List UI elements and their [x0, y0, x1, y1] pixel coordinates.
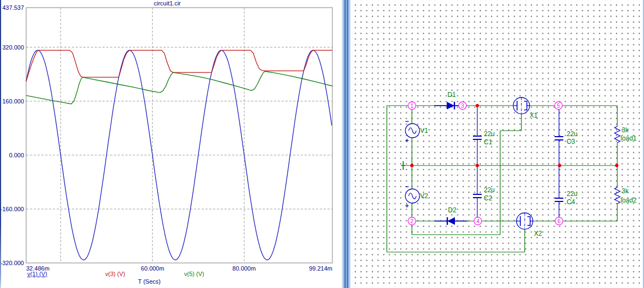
y-tick-0: 0.000 — [9, 152, 24, 158]
cap-C4[interactable]: 22uC4 — [555, 166, 578, 221]
node-badge-4: 4 — [474, 217, 482, 225]
node-badge-3: 3 — [459, 102, 466, 109]
node-badge-1: 1 — [408, 102, 416, 109]
cap-name-label: C1 — [484, 138, 493, 146]
cap-value-label: 22u — [484, 186, 495, 194]
diode-D2[interactable]: D2 — [435, 206, 467, 225]
node-badge-2: 2 — [408, 217, 416, 225]
source-V1[interactable]: V1 — [405, 121, 428, 142]
plot-frame — [26, 8, 332, 263]
cap-name-label: C2 — [484, 194, 493, 202]
micro-cap-window: circuit1.cir 437.537 320.000 160.000 0.0… — [0, 0, 644, 288]
x-tick-60m: 60.000m — [141, 265, 165, 272]
tube-label: X1 — [530, 112, 538, 119]
source-label: V2 — [420, 192, 428, 200]
x-tick-80m: 80.000m — [233, 265, 256, 272]
legend-v1[interactable]: v(1) (V) — [27, 271, 47, 277]
junction-dot — [410, 164, 414, 167]
resistor-name-label: load1 — [621, 134, 637, 142]
cap-C2[interactable]: 22uC2 — [473, 166, 495, 221]
trace-v5 — [26, 71, 332, 104]
cap-value-label: 22u — [567, 190, 578, 198]
y-tick-437: 437.537 — [2, 4, 24, 11]
plot-grid — [26, 8, 332, 263]
legend-v3[interactable]: v(3) (V) — [105, 271, 125, 277]
resistor-load2[interactable]: 3kload2 — [615, 187, 637, 204]
tube-X1[interactable]: X1 — [513, 97, 538, 119]
source-label: V1 — [420, 127, 428, 134]
diode-triangle — [447, 102, 454, 109]
diode-label: D1 — [447, 91, 456, 99]
x-axis-label: T (Secs) — [138, 278, 160, 285]
y-tick-n320: -320.000 — [1, 260, 24, 266]
cap-C3[interactable]: 22uC3 — [555, 106, 578, 166]
node-badge-6: 6 — [555, 217, 563, 225]
y-tick-160: 160.000 — [2, 98, 24, 105]
resistor-zigzag — [615, 187, 620, 204]
plot-title: circuit1.cir — [154, 0, 181, 7]
junction-dot — [615, 164, 618, 167]
cap-name-label: C4 — [567, 198, 575, 206]
schematic-pane[interactable]: 22uC122uC222uC322uC43kload13kload2D1D2V1… — [351, 0, 644, 288]
junction-dot — [558, 164, 561, 167]
resistor-value-label: 3k — [622, 126, 629, 134]
node-number: 6 — [557, 218, 561, 224]
resistor-name-label: load2 — [621, 197, 637, 204]
trace-v3 — [26, 50, 332, 81]
node-number: 1 — [410, 103, 414, 109]
junction-dot — [476, 164, 479, 167]
node-number: 4 — [476, 218, 479, 224]
analysis-plot-pane[interactable]: circuit1.cir 437.537 320.000 160.000 0.0… — [0, 0, 342, 288]
node-number: 2 — [410, 218, 414, 224]
resistor-value-label: 3k — [622, 187, 629, 195]
cap-C1[interactable]: 22uC1 — [473, 106, 495, 166]
y-tick-320: 320.000 — [2, 44, 24, 51]
waveform-plot: circuit1.cir 437.537 320.000 160.000 0.0… — [0, 0, 342, 288]
tube-label: X2 — [534, 230, 542, 237]
cap-name-label: C3 — [567, 138, 575, 145]
node-number: 5 — [557, 103, 560, 109]
circuit-schematic: 22uC122uC222uC322uC43kload13kload2D1D2V1… — [351, 0, 644, 288]
resistor-load1[interactable]: 3kload1 — [615, 126, 637, 143]
cap-value-label: 22u — [567, 130, 578, 138]
pane-splitter[interactable] — [342, 0, 351, 288]
legend-v5[interactable]: v(5) (V) — [184, 271, 204, 277]
source-V2[interactable]: V2 — [405, 187, 428, 207]
window-left-edge — [0, 0, 1, 288]
y-tick-n160: -160.000 — [1, 206, 24, 212]
tube-X2[interactable]: X2 — [517, 213, 542, 237]
cap-value-label: 22u — [484, 130, 495, 138]
x-tick-end: 99.214m — [309, 265, 332, 272]
junction-dot — [476, 104, 479, 107]
node-badge-5: 5 — [555, 102, 562, 109]
diode-label: D2 — [448, 206, 457, 214]
diode-triangle — [447, 217, 455, 225]
node-number: 3 — [461, 103, 464, 109]
resistor-zigzag — [615, 126, 620, 143]
